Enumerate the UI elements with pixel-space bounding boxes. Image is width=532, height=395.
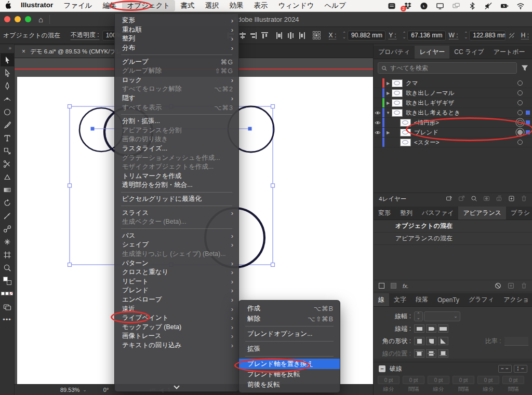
dash-value-input[interactable]: 0 pt bbox=[378, 376, 400, 384]
dash-value-input[interactable]: 0 pt bbox=[403, 376, 424, 384]
expand-arrow-icon[interactable]: ▶ bbox=[384, 81, 392, 86]
submenu-item-作成[interactable]: 作成⌥⌘B bbox=[239, 303, 340, 314]
artboard-tool[interactable] bbox=[1, 248, 14, 261]
menu-item-トリムマークを作成[interactable]: トリムマークを作成 bbox=[115, 172, 238, 181]
menu-item-遠近[interactable]: 遠近› bbox=[115, 304, 238, 314]
layer-selection-indicator[interactable] bbox=[526, 91, 530, 95]
more-tools-icon[interactable]: ••• bbox=[1, 313, 14, 326]
layer-row-<スター>[interactable]: <スター> bbox=[374, 138, 532, 147]
tab-アクショ[interactable]: アクショ bbox=[499, 293, 532, 306]
bevel-join-button[interactable] bbox=[438, 337, 448, 345]
expand-arrow-icon[interactable]: ▶ bbox=[384, 130, 392, 135]
close-window-button[interactable] bbox=[4, 16, 10, 22]
layer-selection-indicator[interactable] bbox=[526, 101, 530, 105]
pen-tool[interactable] bbox=[1, 79, 14, 92]
menu-item-画像トレース[interactable]: 画像トレース› bbox=[115, 332, 238, 341]
tourbox-icon[interactable] bbox=[387, 2, 396, 10]
x-value-field[interactable]: 90.882 mm bbox=[348, 31, 385, 40]
mute-icon[interactable] bbox=[484, 2, 493, 10]
menu-item-ピクセルグリッドに最適化[interactable]: ピクセルグリッドに最適化 bbox=[115, 195, 238, 204]
layer-target-icon[interactable] bbox=[517, 140, 523, 145]
display-icon[interactable] bbox=[435, 2, 444, 10]
locate-object-icon[interactable] bbox=[471, 195, 477, 203]
menu-item-モックアップ (Beta)[interactable]: モックアップ (Beta)› bbox=[115, 322, 238, 332]
menu-item-変形[interactable]: 変形› bbox=[115, 16, 238, 25]
layer-selection-indicator[interactable] bbox=[526, 81, 530, 85]
layer-selection-indicator[interactable] bbox=[526, 111, 530, 115]
expand-arrow-icon[interactable]: ▶ bbox=[384, 101, 392, 105]
search-input[interactable]: すべてを検索 bbox=[378, 62, 517, 74]
expand-arrow-icon[interactable]: ▶ bbox=[384, 91, 392, 96]
menubar-item-オブジェクト[interactable]: オブジェクト bbox=[122, 0, 176, 11]
new-sublayer-icon[interactable] bbox=[496, 195, 502, 203]
tab-OpenTy[interactable]: OpenTy bbox=[433, 293, 464, 306]
home-icon[interactable]: ⌂ bbox=[38, 15, 50, 24]
tab-ブラシ[interactable]: ブラシ bbox=[506, 207, 532, 220]
fill-stroke-indicator[interactable] bbox=[1, 274, 14, 287]
color-swatches[interactable] bbox=[1, 287, 14, 300]
menu-item-クロスと重なり[interactable]: クロスと重なり› bbox=[115, 268, 238, 277]
dropbox-icon[interactable]: 2 bbox=[403, 2, 412, 10]
layer-row-吹き出しギザギザ[interactable]: ▶吹き出しギザギザ bbox=[374, 98, 532, 108]
mirroring-icon[interactable] bbox=[451, 2, 460, 10]
menu-item-隠す[interactable]: 隠す› bbox=[115, 94, 238, 103]
dash-value-input[interactable]: 0 pt bbox=[428, 376, 449, 384]
menu-item-パス[interactable]: パス› bbox=[115, 231, 238, 240]
butt-cap-button[interactable] bbox=[414, 324, 424, 333]
y-stepper[interactable]: ⌃⌄ bbox=[403, 32, 406, 39]
close-document-icon[interactable]: × bbox=[22, 48, 25, 55]
tab-変形[interactable]: 変形 bbox=[374, 207, 395, 220]
type-tool[interactable] bbox=[1, 131, 14, 144]
layer-selection-indicator[interactable] bbox=[526, 130, 530, 134]
zoom-level[interactable]: 89.53% bbox=[60, 387, 79, 393]
menubar-item-編集[interactable]: 編集 bbox=[98, 0, 122, 11]
tab-CC ライブ[interactable]: CC ライブ bbox=[449, 46, 489, 59]
align-dash-button[interactable]: ╏ ╍ bbox=[514, 365, 527, 373]
menu-item-リピート[interactable]: リピート› bbox=[115, 277, 238, 286]
symbol-sprayer-tool[interactable] bbox=[1, 235, 14, 248]
x-stepper[interactable]: ⌃⌄ bbox=[342, 32, 346, 39]
layer-target-icon[interactable] bbox=[517, 120, 523, 125]
align-right-icon[interactable] bbox=[249, 32, 257, 39]
visibility-toggle-icon[interactable] bbox=[374, 98, 382, 107]
submenu-item-拡張[interactable]: 拡張 bbox=[239, 344, 340, 354]
distribute-left-icon[interactable] bbox=[275, 32, 283, 39]
align-stroke-outside-button[interactable] bbox=[438, 349, 448, 358]
collect-for-export-icon[interactable] bbox=[446, 195, 453, 203]
round-cap-button[interactable] bbox=[426, 324, 436, 333]
layer-target-icon[interactable] bbox=[517, 100, 523, 105]
menubar-item-Illustrator[interactable]: Illustrator bbox=[16, 0, 58, 11]
menu-item-グループ[interactable]: グループ⌘G bbox=[115, 57, 238, 66]
rotate-view-tool[interactable] bbox=[1, 196, 14, 209]
menu-scroll-more-icon[interactable] bbox=[115, 381, 238, 390]
direct-selection-tool[interactable] bbox=[1, 66, 14, 79]
menu-item-ロック[interactable]: ロック› bbox=[115, 76, 238, 85]
align-center-icon[interactable] bbox=[238, 32, 246, 39]
layer-row-吹き出し考えるとき[interactable]: ▼吹き出し考えるとき bbox=[374, 108, 532, 118]
filter-icon[interactable] bbox=[521, 65, 528, 71]
dash-value-input[interactable]: 0 pt bbox=[453, 376, 474, 384]
visibility-toggle-icon[interactable] bbox=[374, 88, 382, 98]
menu-item-ラスタライズ...[interactable]: ラスタライズ... bbox=[115, 144, 238, 154]
layer-selection-indicator[interactable] bbox=[526, 140, 530, 144]
tab-レイヤー[interactable]: レイヤー bbox=[415, 46, 449, 59]
align-top-icon[interactable] bbox=[261, 32, 268, 39]
battery-icon[interactable] bbox=[500, 2, 509, 10]
menubar-item-選択[interactable]: 選択 bbox=[200, 0, 224, 11]
menubar-item-ヘルプ[interactable]: ヘルプ bbox=[320, 0, 351, 11]
menu-item-ブレンド[interactable]: ブレンド› bbox=[115, 286, 238, 295]
paintbrush-tool[interactable] bbox=[1, 118, 14, 131]
unlink-dimensions-icon[interactable] bbox=[508, 32, 515, 39]
bluetooth-icon[interactable] bbox=[468, 2, 476, 10]
w-value-field[interactable]: 122.883 mm bbox=[469, 31, 506, 40]
stroke-width-select[interactable]: ⌄ bbox=[424, 311, 460, 321]
shaper-tool[interactable] bbox=[1, 170, 14, 183]
tab-整列[interactable]: 整列 bbox=[395, 207, 417, 220]
zoom-tool[interactable] bbox=[1, 261, 14, 274]
menubar-item-効果[interactable]: 効果 bbox=[224, 0, 248, 11]
make-mask-icon[interactable] bbox=[483, 195, 490, 203]
layer-row-クマ[interactable]: ▶クマ bbox=[374, 78, 532, 88]
blend-tool[interactable] bbox=[1, 222, 14, 235]
delete-item-icon[interactable] bbox=[521, 282, 527, 289]
stroke-width-stepper[interactable]: ⌃⌄ bbox=[414, 311, 423, 321]
